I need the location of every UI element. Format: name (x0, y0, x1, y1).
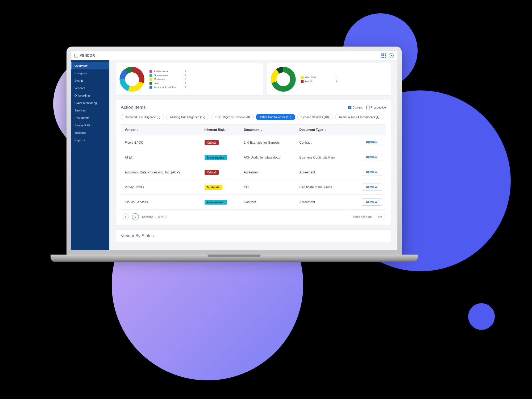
brand: VENDOR (74, 54, 95, 57)
table-row: AT&T.InfrastructureACH Audit Template.do… (121, 150, 386, 165)
checkbox-icon (348, 106, 351, 109)
page-next-button[interactable]: › (132, 213, 139, 220)
cell-risk: Critical (201, 165, 240, 180)
filter-tab[interactable]: Residual Risk Assessments (4) (335, 114, 384, 120)
cell-doctype: Agreement (296, 165, 350, 180)
laptop-mockup: VENDOR OverviewNavigatorEventsVendorsOnb… (66, 47, 402, 262)
sidebar-item-reports[interactable]: Reports (71, 136, 109, 144)
cell-document: Contract (240, 195, 296, 210)
column-header (350, 125, 386, 135)
cell-document: COI (240, 180, 296, 195)
sidebar-item-survey-rfp[interactable]: Survey/RFP (71, 122, 109, 129)
legend-item: Moderate6 (149, 77, 186, 81)
legend-item: Professional1 (149, 69, 186, 73)
sidebar-item-vendors[interactable]: Vendors (71, 84, 109, 92)
column-header[interactable]: Document Type▼ (296, 125, 350, 135)
review-button[interactable]: REVIEW (362, 198, 382, 206)
cell-doctype: Agreement (296, 195, 350, 210)
sidebar-item-overview[interactable]: Overview (71, 62, 109, 69)
sidebar-item-cyber-monitoring[interactable]: Cyber Monitoring (71, 99, 109, 107)
filter-tabs: Outdated Due Diligence (0)Missing Due Di… (121, 114, 386, 120)
topbar: VENDOR (71, 51, 397, 60)
sidebar-item-documents[interactable]: Documents (71, 114, 109, 122)
cell-vendor: AT&T. (121, 150, 201, 165)
legend-item: Government1 (149, 73, 186, 77)
filter-tab[interactable]: Other Doc Reviews (10) (256, 114, 295, 120)
cell-doctype: Business Continuity Plan (296, 150, 350, 165)
table-row: Automatic Data Processing, Inc. (ADP)Cri… (121, 165, 386, 180)
sidebar: OverviewNavigatorEventsVendorsOnboarding… (71, 60, 109, 250)
cell-risk: Critical (201, 135, 240, 150)
filter-tab[interactable]: Service Reviews (10) (297, 114, 333, 120)
column-header[interactable]: Vendor▼ (121, 125, 201, 135)
sidebar-item-incidents[interactable]: Incidents (71, 129, 109, 136)
filter-current[interactable]: Current (348, 106, 363, 109)
filter-prospective[interactable]: Prospective (366, 106, 386, 109)
decorative-circle (468, 303, 495, 330)
cell-doctype: Certificate of Insurance (296, 180, 350, 195)
pagination: ‹ › Showing 1 - 5 of 10 Items per page 5… (121, 210, 386, 220)
review-button[interactable]: REVIEW (362, 139, 382, 146)
legend-item: Avoid2 (301, 79, 338, 83)
per-page-select[interactable]: 5 ▾ (375, 214, 385, 220)
cell-risk: Infrastructure (201, 150, 240, 165)
filter-tab[interactable]: Due Diligence Reviews (3) (211, 114, 254, 120)
cell-document: 2nd Example for Genesis (240, 135, 296, 150)
sidebar-item-navigator[interactable]: Navigator (71, 69, 109, 77)
sidebar-item-events[interactable]: Events (71, 77, 109, 84)
column-header[interactable]: Document▲ (240, 125, 296, 135)
brand-icon (74, 54, 78, 57)
panel-title: Action Items (121, 105, 146, 110)
checkbox-icon (366, 106, 369, 109)
cell-document: Agreement (240, 165, 296, 180)
legend-right: Watchlist3Avoid2 (301, 75, 338, 83)
column-header[interactable]: Inherent Risk▼ (201, 125, 240, 135)
table-row: Clouds ServicesInfrastructureContractAgr… (121, 195, 386, 210)
pagination-status: Showing 1 - 5 of 10 (142, 215, 167, 218)
cell-vendor: Clouds Services (121, 195, 201, 210)
apps-grid-icon[interactable] (381, 53, 386, 58)
legend-item: Watchlist3 (301, 75, 338, 79)
per-page-label: Items per page (353, 215, 372, 218)
table-row: Pitney BowesModerateCOICertificate of In… (121, 180, 386, 195)
vendor-by-status-heading: Vendor By Status (116, 230, 391, 242)
review-button[interactable]: REVIEW (362, 184, 382, 191)
cell-risk: Infrastructure (201, 195, 240, 210)
cell-risk: Moderate (201, 180, 240, 195)
kpi-card-right: Watchlist3Avoid2 (267, 63, 391, 95)
brand-label: VENDOR (80, 54, 95, 57)
action-items-panel: Action Items Current Prospective (116, 100, 391, 225)
cell-vendor: Automatic Data Processing, Inc. (ADP) (121, 165, 201, 180)
sidebar-item-onboarding[interactable]: Onboarding (71, 92, 109, 99)
sidebar-item-services[interactable]: Services (71, 107, 109, 114)
donut-chart-left (119, 66, 145, 92)
review-button[interactable]: REVIEW (362, 169, 382, 176)
action-items-table: Vendor▼Inherent Risk▼Document▲Document T… (121, 124, 386, 210)
table-row: Fiserv EPOCCritical2nd Example for Genes… (121, 135, 386, 150)
cell-vendor: Fiserv EPOC (121, 135, 201, 150)
filter-tab[interactable]: Outdated Due Diligence (0) (121, 114, 164, 120)
cell-vendor: Pitney Bowes (121, 180, 201, 195)
legend-left: Professional1Government1Moderate6Low1Fin… (149, 69, 186, 89)
cell-doctype: Contract (296, 135, 350, 150)
legend-item: Low1 (149, 81, 186, 85)
donut-chart-right (271, 66, 296, 92)
page-prev-button[interactable]: ‹ (122, 213, 129, 220)
cell-document: ACH Audit Template.docx (240, 150, 296, 165)
laptop-base (51, 255, 418, 262)
main-content: Professional1Government1Moderate6Low1Fin… (109, 60, 397, 250)
filter-tab[interactable]: Missing Due Diligence (17) (166, 114, 209, 120)
review-button[interactable]: REVIEW (362, 154, 382, 161)
kpi-card-left: Professional1Government1Moderate6Low1Fin… (116, 63, 263, 95)
play-icon[interactable] (389, 53, 394, 58)
legend-item: Financial Institution1 (149, 85, 186, 89)
